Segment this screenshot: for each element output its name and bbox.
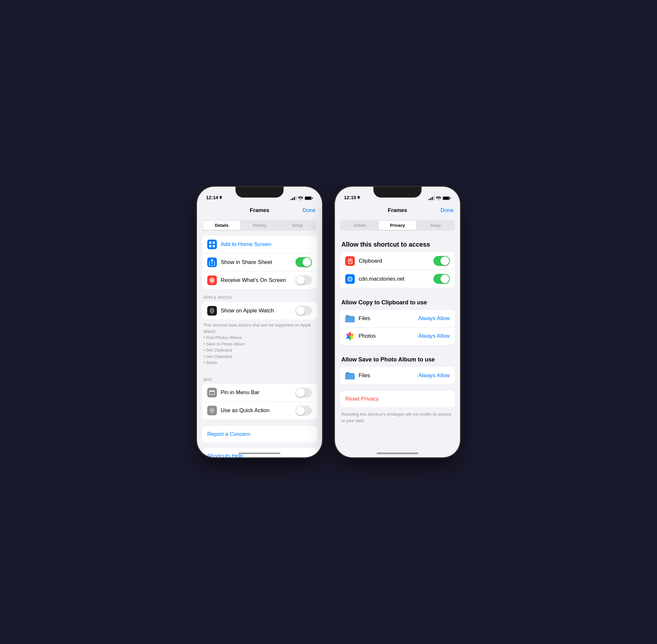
- apple-watch-section: APPLE WATCH Show on Apple Watch: [197, 295, 322, 371]
- list-item: Show in Share Sheet: [202, 253, 317, 271]
- receive-screen-label: Receive What's On Screen: [221, 277, 295, 283]
- share-sheet-toggle[interactable]: [295, 257, 312, 267]
- location-icon: [357, 196, 360, 199]
- tab-privacy[interactable]: Privacy: [241, 221, 278, 230]
- files-label-1: Files: [359, 315, 418, 322]
- reset-note: Resetting this shortcut's privileges wil…: [335, 411, 460, 424]
- svg-rect-3: [295, 196, 296, 200]
- watch-icon-wrap: [207, 306, 217, 316]
- apple-watch-list: Show on Apple Watch: [202, 302, 317, 319]
- home-indicator: [377, 453, 418, 454]
- gear-icon-wrap: [207, 406, 217, 415]
- grid-icon-wrap: [207, 239, 217, 249]
- svg-rect-2: [294, 197, 295, 200]
- globe-icon-wrap: [345, 274, 355, 284]
- svg-rect-6: [209, 242, 211, 244]
- pin-menubar-label: Pin in Menu Bar: [221, 389, 295, 396]
- photos-icon-wrap: [345, 331, 355, 341]
- svg-point-13: [211, 310, 213, 312]
- svg-rect-1: [292, 198, 293, 200]
- page-title: Frames: [388, 207, 407, 214]
- tab-setup[interactable]: Setup: [278, 221, 316, 230]
- list-item: Use as Quick Action: [202, 402, 317, 419]
- allow-copy-heading: Allow Copy to Clipboard to use: [335, 294, 460, 310]
- signal-icon: [429, 196, 434, 200]
- folder-icon-wrap-1: [345, 314, 355, 323]
- list-item: Receive What's On Screen: [202, 271, 317, 289]
- gear-icon: [209, 408, 215, 413]
- grid-icon: [209, 241, 215, 248]
- report-concern-button[interactable]: Report a Concern: [202, 426, 317, 443]
- svg-rect-5: [305, 197, 311, 200]
- share-sheet-label: Show in Share Sheet: [221, 259, 295, 266]
- watch-note: This shortcut uses actions that are not …: [197, 319, 322, 371]
- always-allow-3[interactable]: Always Allow: [418, 372, 450, 379]
- mac-list: Pin in Menu Bar Use as Quick Action: [202, 384, 317, 419]
- nav-header: Frames Done: [197, 202, 322, 217]
- clipboard-icon-wrap: [345, 256, 355, 266]
- list-item: Files Always Allow: [340, 310, 455, 327]
- share-icon: [209, 259, 215, 266]
- nav-header: Frames Done: [335, 202, 460, 217]
- tab-privacy[interactable]: Privacy: [379, 221, 416, 230]
- tab-setup[interactable]: Setup: [416, 221, 454, 230]
- mac-section: MAC Pin in Menu Bar: [197, 377, 322, 419]
- always-allow-1[interactable]: Always Allow: [418, 315, 450, 322]
- done-button[interactable]: Done: [440, 207, 454, 214]
- svg-point-18: [211, 410, 213, 412]
- status-icons: [291, 196, 313, 200]
- tab-details[interactable]: Details: [341, 221, 379, 230]
- cdn-toggle[interactable]: [433, 274, 450, 284]
- apple-watch-toggle[interactable]: [295, 306, 312, 316]
- allow-save-heading: Allow Save to Photo Album to use: [335, 351, 460, 367]
- tab-details[interactable]: Details: [203, 221, 241, 230]
- shortcuts-help-label: Shortcuts Help: [207, 453, 243, 458]
- clipboard-icon: [347, 258, 353, 264]
- cdn-label: cdn.macstories.net: [359, 276, 433, 282]
- status-time: 12:15: [344, 195, 360, 200]
- copy-list: Files Always Allow: [340, 310, 455, 345]
- watch-icon: [209, 307, 214, 314]
- quick-action-toggle[interactable]: [295, 406, 312, 416]
- battery-icon: [305, 196, 313, 200]
- phone-1: 12:14: [197, 187, 322, 457]
- files-label-2: Files: [359, 372, 418, 379]
- segmented-control: Details Privacy Setup: [340, 220, 455, 231]
- folder-icon-wrap-2: [345, 371, 355, 381]
- status-icons: [429, 196, 451, 200]
- svg-rect-19: [429, 199, 430, 200]
- pin-menubar-toggle[interactable]: [295, 388, 312, 398]
- svg-rect-22: [433, 196, 434, 200]
- wifi-icon: [436, 196, 441, 200]
- notch: [235, 187, 284, 198]
- done-button[interactable]: Done: [302, 207, 316, 214]
- home-indicator: [239, 453, 280, 454]
- list-item: cdn.macstories.net: [340, 270, 455, 288]
- mac-label: MAC: [197, 377, 322, 384]
- save-list: Files Always Allow: [340, 367, 455, 384]
- add-home-label: Add to Home Screen: [221, 241, 312, 248]
- svg-rect-24: [443, 197, 449, 200]
- svg-rect-7: [213, 242, 215, 244]
- photos-label: Photos: [359, 333, 418, 339]
- record-icon-wrap: [207, 276, 217, 285]
- svg-rect-14: [211, 307, 213, 309]
- clipboard-toggle[interactable]: [433, 256, 450, 266]
- apple-watch-label: APPLE WATCH: [197, 295, 322, 302]
- folder-icon: [345, 371, 355, 380]
- quick-action-label: Use as Quick Action: [221, 407, 295, 414]
- always-allow-2[interactable]: Always Allow: [418, 333, 450, 339]
- status-time: 12:14: [206, 195, 222, 200]
- menubar-icon: [209, 390, 215, 395]
- list-item: Pin in Menu Bar: [202, 384, 317, 402]
- phone-2: 12:15: [335, 187, 460, 457]
- reset-privacy-button[interactable]: Reset Privacy: [345, 396, 379, 402]
- receive-screen-toggle[interactable]: [295, 275, 312, 285]
- access-list: Clipboard: [340, 252, 455, 288]
- globe-icon: [347, 276, 353, 282]
- clipboard-label: Clipboard: [359, 258, 433, 264]
- svg-rect-21: [432, 197, 433, 200]
- share-icon-wrap: [207, 257, 217, 267]
- content-area: Frames Done Details Privacy Setup: [197, 202, 322, 457]
- list-item[interactable]: Add to Home Screen: [202, 236, 317, 253]
